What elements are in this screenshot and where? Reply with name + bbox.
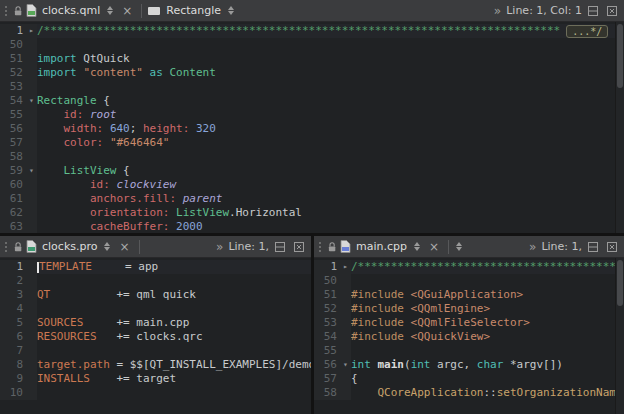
open-document-name[interactable]: main.cpp [354,240,409,253]
toolbar-overflow-button[interactable]: » [527,240,538,254]
code-line[interactable]: 58 QCoreApplication::setOrganizationNam [314,386,624,400]
code-text[interactable] [351,274,624,288]
code-line[interactable]: 53 [0,80,624,94]
toolbar-drag-handle[interactable] [2,6,10,16]
toolbar-drag-handle[interactable] [316,242,324,252]
code-line[interactable]: 62 orientation: ListView.Horizontal [0,206,624,220]
fold-open-icon[interactable]: ▾ [26,164,37,178]
code-line[interactable]: 58 [0,150,624,164]
code-line[interactable]: 5SOURCES += main.cpp [0,316,311,330]
code-text[interactable]: target.path = $$[QT_INSTALL_EXAMPLES]/de… [37,358,311,372]
fold-ellipsis-box[interactable]: ...*/ [566,25,608,38]
code-line[interactable]: 1TEMPLATE = app [0,260,311,274]
code-line[interactable]: 3QT += qml quick [0,288,311,302]
code-editor[interactable]: 1TEMPLATE = app23QT += qml quick45SOURCE… [0,258,311,414]
code-line[interactable]: 52#include <QQmlEngine> [314,302,624,316]
code-line[interactable]: 55 [314,344,624,358]
open-document-name[interactable]: clocks.pro [40,240,99,253]
code-text[interactable]: anchors.fill: parent [37,192,624,206]
code-text[interactable] [37,344,311,358]
code-editor[interactable]: 1▸/*************************************… [0,22,624,233]
code-line[interactable]: 53#include <QQmlFileSelector> [314,316,624,330]
code-line[interactable]: 57 color: "#646464" [0,136,624,150]
code-text[interactable]: SOURCES += main.cpp [37,316,311,330]
code-line[interactable]: 52import "content" as Content [0,66,624,80]
code-text[interactable]: int main(int argc, char *argv[]) [351,358,624,372]
code-line[interactable]: 55 id: root [0,108,624,122]
code-line[interactable]: 8target.path = $$[QT_INSTALL_EXAMPLES]/d… [0,358,311,372]
code-text[interactable] [37,80,624,94]
code-line[interactable]: 54#include <QQuickView> [314,330,624,344]
code-text[interactable]: import "content" as Content [37,66,624,80]
code-line[interactable]: 51#include <QGuiApplication> [314,288,624,302]
code-text[interactable] [37,150,624,164]
close-split-button[interactable] [604,5,620,17]
code-text[interactable]: #include <QQuickView> [351,330,624,344]
document-switcher-spinner[interactable] [102,242,112,251]
code-line[interactable]: 2 [0,274,311,288]
close-split-button[interactable] [604,241,620,253]
document-switcher-spinner[interactable] [412,242,422,251]
fold-open-icon[interactable]: ▾ [340,358,351,372]
code-line[interactable]: 51import QtQuick [0,52,624,66]
code-line[interactable]: 50 [314,274,624,288]
fold-collapsed-icon[interactable]: ▸ [340,260,351,274]
code-text[interactable] [37,38,624,52]
code-line[interactable]: 1▸/*************************************… [0,24,624,38]
close-split-button[interactable] [291,241,307,253]
code-line[interactable]: 57{ [314,372,624,386]
close-document-button[interactable]: × [115,237,133,257]
fold-open-icon[interactable]: ▾ [26,94,37,108]
code-text[interactable] [37,274,311,288]
code-line[interactable]: 10 [0,386,311,400]
code-text[interactable]: ListView { [37,164,624,178]
split-editor-button[interactable] [272,241,288,253]
code-text[interactable]: id: root [37,108,624,122]
code-text[interactable]: #include <QQmlFileSelector> [351,316,624,330]
close-document-button[interactable]: × [425,237,443,257]
code-line[interactable]: 7 [0,344,311,358]
code-line[interactable]: 54▾Rectangle { [0,94,624,108]
code-text[interactable]: QCoreApplication::setOrganizationNam [351,386,624,400]
code-line[interactable]: 1▸/*************************************… [314,260,624,274]
code-line[interactable]: 63 cacheBuffer: 2000 [0,220,624,233]
code-text[interactable]: /***************************************… [37,24,624,38]
code-text[interactable]: { [351,372,624,386]
scrollbar-thumb[interactable] [617,260,623,306]
code-text[interactable]: /***************************************… [351,260,624,274]
code-text[interactable]: import QtQuick [37,52,624,66]
symbol-dropdown[interactable]: Rectangle [164,4,223,17]
code-line[interactable]: 56 width: 640; height: 320 [0,122,624,136]
fold-collapsed-icon[interactable]: ▸ [26,24,37,38]
code-text[interactable] [37,386,311,400]
code-line[interactable]: 9INSTALLS += target [0,372,311,386]
code-line[interactable]: 6RESOURCES += clocks.qrc [0,330,311,344]
code-text[interactable]: TEMPLATE = app [37,260,311,274]
code-text[interactable]: width: 640; height: 320 [37,122,624,136]
code-text[interactable]: id: clockview [37,178,624,192]
code-text[interactable]: #include <QGuiApplication> [351,288,624,302]
code-text[interactable]: QT += qml quick [37,288,311,302]
code-line[interactable]: 4 [0,302,311,316]
scrollbar-thumb[interactable] [617,24,623,88]
code-text[interactable]: cacheBuffer: 2000 [37,220,624,233]
toolbar-overflow-button[interactable]: » [492,4,503,18]
code-line[interactable]: 56▾int main(int argc, char *argv[]) [314,358,624,372]
split-editor-button[interactable] [585,241,601,253]
code-line[interactable]: 61 anchors.fill: parent [0,192,624,206]
code-text[interactable]: #include <QQmlEngine> [351,302,624,316]
vertical-scrollbar[interactable] [615,22,624,233]
code-editor[interactable]: 1▸/*************************************… [314,258,624,414]
code-text[interactable]: color: "#646464" [37,136,624,150]
code-line[interactable]: 59▾ ListView { [0,164,624,178]
toolbar-drag-handle[interactable] [2,242,10,252]
toolbar-overflow-button[interactable]: » [214,240,225,254]
code-text[interactable]: INSTALLS += target [37,372,311,386]
code-line[interactable]: 60 id: clockview [0,178,624,192]
code-text[interactable]: orientation: ListView.Horizontal [37,206,624,220]
code-text[interactable] [37,302,311,316]
symbol-switcher-spinner[interactable] [454,242,464,251]
split-editor-button[interactable] [585,5,601,17]
symbol-switcher-spinner[interactable] [226,6,236,15]
close-document-button[interactable]: × [118,1,136,21]
